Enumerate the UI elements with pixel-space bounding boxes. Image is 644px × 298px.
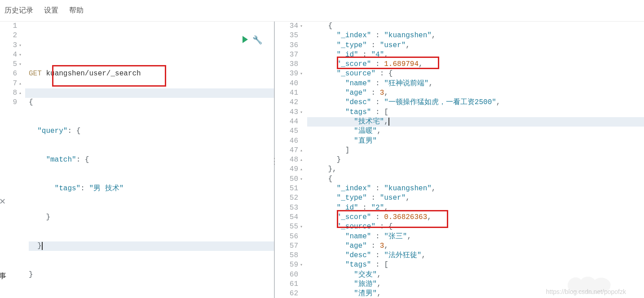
- request-path: kuangshen/user/_search: [46, 70, 141, 78]
- menu-history[interactable]: 历史记录: [4, 6, 33, 15]
- response-viewer[interactable]: 34▾3536373839▾40414243▾44454647▴48▴49▴50…: [275, 22, 644, 298]
- code-row: {: [311, 22, 644, 31]
- line-number: 59▾: [275, 260, 303, 270]
- code-right[interactable]: { "_index" : "kuangshen", "_type" : "use…: [307, 22, 644, 298]
- key-tags: "tags": [55, 184, 81, 193]
- line-number: 38: [275, 60, 303, 69]
- line-number: 41: [275, 88, 303, 98]
- gutter-left: 123▾4▾5▾67▴8▴9: [0, 22, 25, 298]
- line-number: 37: [275, 50, 303, 60]
- menu-settings[interactable]: 设置: [44, 6, 58, 15]
- line-number: 6: [0, 69, 22, 79]
- line-number: 5▾: [0, 60, 22, 69]
- code-row: "tags" : [: [311, 108, 644, 117]
- close-query: }: [37, 242, 42, 250]
- menu-help[interactable]: 帮助: [69, 6, 84, 15]
- code-row: "_source" : {: [311, 69, 644, 79]
- code-row: "_type" : "user",: [311, 41, 644, 50]
- cursor-caret: [42, 242, 43, 250]
- code-row: "温暖",: [311, 127, 644, 136]
- line-number: 49▴: [275, 165, 303, 174]
- request-editor[interactable]: 123▾4▾5▾67▴8▴9 GET kuangshen/user/_searc…: [0, 22, 274, 298]
- code-row: {: [311, 175, 644, 184]
- key-query: "query": [37, 127, 67, 135]
- tags-colon: :: [80, 184, 89, 193]
- code-row: "_id" : "2",: [311, 203, 644, 213]
- line-number: 62: [275, 289, 303, 298]
- side-char: 事: [0, 272, 6, 281]
- http-method: GET: [29, 70, 42, 78]
- code-row: "_score" : 0.36826363,: [311, 213, 644, 222]
- line-number: 40: [275, 79, 303, 88]
- line-number: 48▴: [275, 155, 303, 165]
- code-row: "_index" : "kuangshen",: [311, 31, 644, 40]
- line-number: 7▴: [0, 79, 22, 88]
- line-number: 57: [275, 241, 303, 251]
- request-actions: 🔧: [243, 36, 262, 45]
- line-number: 39▾: [275, 69, 303, 79]
- line-number: 54: [275, 213, 303, 222]
- code-row: }: [311, 155, 644, 165]
- line-number: 53: [275, 203, 303, 213]
- code-row: "_score" : 1.689794,: [311, 60, 644, 69]
- line-number: 43▾: [275, 108, 303, 117]
- run-icon[interactable]: [243, 36, 248, 43]
- watermark-text: https://blog.csdn.net/popofzk: [546, 288, 626, 295]
- line-number: 50▾: [275, 175, 303, 184]
- line-number: 58: [275, 251, 303, 260]
- line-number: 55▾: [275, 222, 303, 232]
- line-number: 2: [0, 31, 22, 40]
- line-number: 60: [275, 270, 303, 280]
- editor-panes: 123▾4▾5▾67▴8▴9 GET kuangshen/user/_searc…: [0, 22, 644, 298]
- code-row: "name" : "狂神说前端",: [311, 79, 644, 88]
- line-number: 4▾: [0, 50, 22, 60]
- code-row: "技术宅",: [311, 117, 644, 127]
- code-row: },: [311, 165, 644, 174]
- close-root: }: [29, 271, 33, 279]
- code-row: "_source" : {: [311, 222, 644, 232]
- line-number: 34▾: [275, 22, 303, 31]
- line-number: 42: [275, 98, 303, 107]
- code-row: "_index" : "kuangshen",: [311, 184, 644, 193]
- gutter-right: 34▾3536373839▾40414243▾44454647▴48▴49▴50…: [275, 22, 307, 298]
- line-number: 46: [275, 136, 303, 146]
- code-row: "直男": [311, 136, 644, 146]
- code-row: "desc" : "一顿操作猛如虎，一看工资2500",: [311, 98, 644, 107]
- line-number: 47▴: [275, 146, 303, 155]
- code-row: "desc" : "法外狂徒",: [311, 251, 644, 260]
- line-number: 56: [275, 232, 303, 241]
- line-number: 8▴: [0, 88, 22, 98]
- code-row: "_type" : "user",: [311, 193, 644, 203]
- line-number: 52: [275, 193, 303, 203]
- line-number: 3▾: [0, 41, 22, 50]
- code-row: "_id" : "4",: [311, 50, 644, 60]
- line-number: 1: [0, 22, 22, 31]
- query-brace: : {: [67, 127, 80, 135]
- code-row: ]: [311, 146, 644, 155]
- close-match-inner: }: [46, 213, 50, 221]
- line-number: 61: [275, 280, 303, 289]
- toolbar: 历史记录 设置 帮助: [0, 0, 644, 22]
- tags-value: "男 技术": [89, 184, 124, 193]
- code-left[interactable]: GET kuangshen/user/_search { "query": { …: [25, 22, 274, 298]
- code-row: "name" : "张三",: [311, 232, 644, 241]
- line-number: 36: [275, 41, 303, 50]
- code-row: "age" : 3,: [311, 241, 644, 251]
- code-row: "age" : 3,: [311, 88, 644, 98]
- code-row: "tags" : [: [311, 260, 644, 270]
- match-brace: : {: [76, 156, 89, 164]
- wrench-icon[interactable]: 🔧: [252, 36, 262, 45]
- key-match: "match": [46, 156, 76, 164]
- line-number: 45: [275, 127, 303, 136]
- line-number: 9: [0, 98, 22, 107]
- brace-open: {: [29, 98, 33, 106]
- line-number: 51: [275, 184, 303, 193]
- line-number: 35: [275, 31, 303, 40]
- line-number: 44: [275, 117, 303, 127]
- close-icon[interactable]: ✕: [0, 197, 6, 206]
